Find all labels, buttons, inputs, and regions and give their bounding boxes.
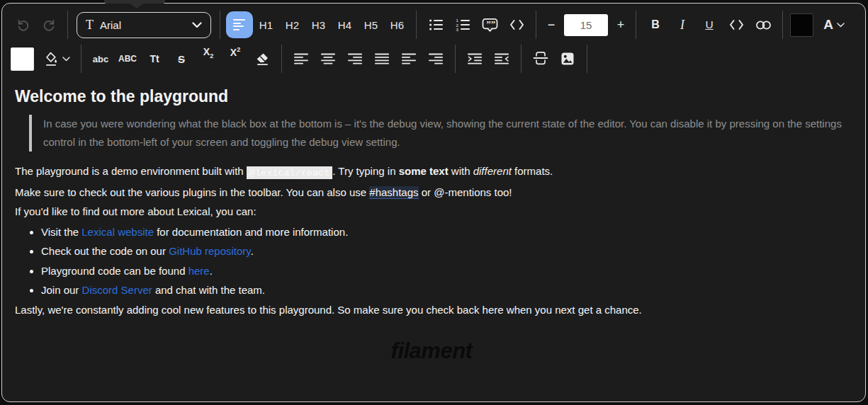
heading-4-button[interactable]: H4	[332, 12, 358, 38]
toolbar-row-2: abc ABC Tt S X2 X2	[11, 43, 859, 77]
insert-image-button[interactable]	[554, 46, 581, 72]
capitalize-button[interactable]: Tt	[141, 46, 168, 72]
tooltip-arrow	[129, 3, 145, 8]
strikethrough-button[interactable]: S	[168, 46, 195, 72]
numbered-list-icon: 123	[456, 18, 470, 32]
toolbar-divider	[782, 11, 783, 39]
toolbar-divider	[455, 45, 456, 73]
text-segment: formats.	[512, 165, 553, 177]
toolbar-divider	[67, 11, 68, 39]
text-segment: Join our	[41, 284, 82, 296]
bullet-list-button[interactable]	[422, 12, 449, 38]
paragraph-block-button[interactable]	[226, 11, 253, 38]
superscript-button[interactable]: X2	[222, 46, 249, 72]
text-segment: .	[210, 265, 213, 277]
paragraph-learn-more: If you'd like to find out more about Lex…	[15, 202, 848, 222]
align-start-button[interactable]	[395, 46, 422, 72]
heading-6-button[interactable]: H6	[384, 12, 410, 38]
uppercase-button[interactable]: ABC	[114, 46, 141, 72]
inline-code-button[interactable]	[723, 12, 750, 38]
font-family-dropdown[interactable]: T Arial	[77, 12, 211, 38]
chevron-down-icon	[192, 22, 202, 28]
font-color-dropdown[interactable]: A	[818, 12, 850, 38]
text-segment: Playground code can be found	[41, 265, 188, 277]
indent-button[interactable]	[461, 46, 488, 72]
toolbar-divider	[587, 45, 587, 73]
toolbar-divider	[281, 45, 282, 73]
playground-code-link[interactable]: here	[188, 265, 210, 277]
toolbar-divider	[536, 11, 536, 39]
undo-button[interactable]	[11, 12, 36, 38]
align-right-icon	[348, 52, 362, 66]
underline-button[interactable]: U	[696, 12, 723, 38]
clear-formatting-button[interactable]	[249, 46, 276, 72]
editor-content-area[interactable]: Welcome to the playground In case you we…	[2, 77, 865, 364]
image-icon	[560, 51, 575, 67]
text-segment: The playground is a demo environment bui…	[15, 165, 247, 177]
github-repository-link[interactable]: GitHub repository	[169, 245, 251, 257]
text-segment: Make sure to check out the various plugi…	[15, 186, 369, 198]
text-segment: .	[251, 245, 254, 257]
svg-text:””: ””	[486, 18, 495, 28]
paragraph-plugins: Make sure to check out the various plugi…	[15, 183, 848, 202]
align-left-icon	[294, 52, 308, 66]
link-icon	[755, 20, 772, 30]
font-size-decrement-button[interactable]: −	[542, 12, 560, 38]
italic-text: different	[473, 165, 512, 177]
align-end-icon	[429, 52, 443, 66]
font-family-icon: T	[86, 18, 94, 31]
font-color-swatch[interactable]	[790, 13, 813, 37]
text-segment: with	[449, 165, 473, 177]
discord-server-link[interactable]: Discord Server	[82, 284, 152, 296]
text-segment: Check out the code on our	[41, 245, 169, 257]
align-start-icon	[402, 52, 416, 66]
italic-button[interactable]: I	[669, 12, 696, 38]
editor-toolbar: T Arial H1 H2 H3 H4 H5 H6	[2, 4, 865, 77]
text-segment: or @-mentions too!	[419, 186, 512, 198]
rich-text-editor-window: T Arial H1 H2 H3 H4 H5 H6	[1, 3, 866, 402]
background-color-swatch[interactable]	[11, 47, 34, 71]
numbered-list-button[interactable]: 123	[449, 12, 476, 38]
outdent-button[interactable]	[488, 46, 515, 72]
resource-list: Visit the Lexical website for documentat…	[15, 222, 848, 300]
code-block-button[interactable]	[503, 12, 530, 38]
filament-watermark: filament	[15, 338, 848, 364]
font-size-increment-button[interactable]: +	[611, 12, 630, 38]
align-left-button[interactable]	[288, 46, 315, 72]
subscript-label: X2	[203, 46, 213, 59]
toolbar-divider	[81, 45, 81, 73]
lexical-website-link[interactable]: Lexical website	[81, 226, 154, 238]
background-color-dropdown[interactable]	[38, 46, 75, 72]
eraser-icon	[254, 52, 270, 66]
text-segment: . Try typing in	[332, 165, 398, 177]
heading-2-button[interactable]: H2	[279, 12, 305, 38]
bold-button[interactable]: B	[642, 12, 669, 38]
svg-text:3: 3	[456, 27, 458, 32]
bullet-list-icon	[429, 18, 444, 32]
code-icon	[509, 19, 524, 30]
paint-bucket-icon	[43, 51, 59, 67]
superscript-label: X2	[230, 46, 240, 58]
page-break-button[interactable]	[527, 46, 554, 72]
align-center-icon	[321, 52, 335, 66]
align-center-button[interactable]	[315, 46, 342, 72]
lowercase-button[interactable]: abc	[87, 46, 114, 72]
align-justify-icon	[375, 52, 389, 66]
paragraph-intro: The playground is a demo environment bui…	[15, 161, 848, 183]
quote-icon: ””	[482, 18, 498, 33]
subscript-button[interactable]: X2	[195, 46, 222, 72]
align-justify-button[interactable]	[368, 46, 395, 72]
paragraph-closing: Lastly, we're constantly adding cool new…	[15, 300, 848, 320]
quote-block-button[interactable]: ””	[476, 12, 503, 38]
heading-1-button[interactable]: H1	[253, 12, 279, 38]
align-right-button[interactable]	[342, 46, 368, 72]
bold-text: some text	[399, 165, 449, 177]
insert-link-button[interactable]	[750, 12, 777, 38]
font-size-input[interactable]	[564, 14, 608, 36]
heading-5-button[interactable]: H5	[358, 12, 384, 38]
align-end-button[interactable]	[422, 46, 449, 72]
heading-3-button[interactable]: H3	[305, 12, 332, 38]
toolbar-divider	[416, 11, 417, 39]
toolbar-row-1: T Arial H1 H2 H3 H4 H5 H6	[11, 6, 859, 43]
redo-button[interactable]	[36, 12, 62, 38]
